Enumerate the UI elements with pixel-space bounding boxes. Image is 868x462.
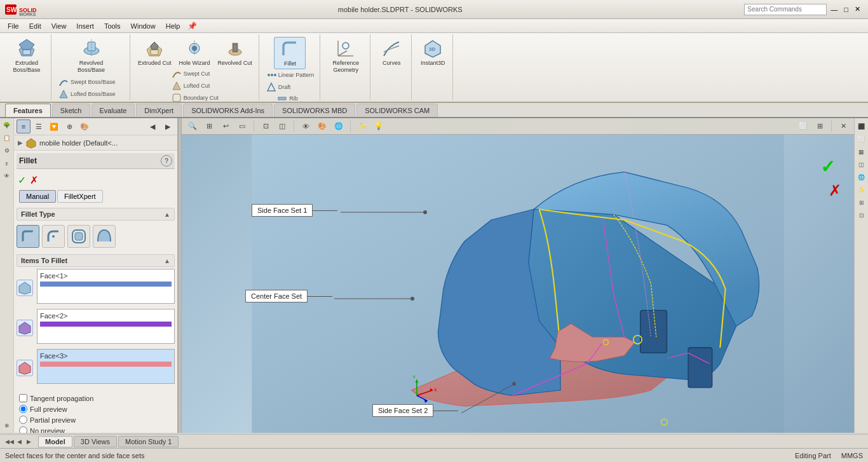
face1-input[interactable]: Face<1> — [37, 269, 175, 304]
config-manager-icon[interactable]: ⚙ — [1, 145, 13, 156]
filletxpert-tab[interactable]: FilletXpert — [57, 190, 103, 203]
lofted-boss-base-button[interactable]: Lofted Boss/Base — [57, 88, 126, 100]
display-style-icon[interactable]: ◫ — [275, 120, 289, 133]
extruded-cut-button[interactable]: Extruded Cut — [135, 37, 174, 68]
swept-boss-base-button[interactable]: Swept Boss/Base — [57, 76, 126, 88]
rp-btn-5[interactable]: 🌐 — [856, 172, 867, 183]
2-view-icon[interactable]: ⊞ — [813, 120, 827, 133]
reference-geometry-button[interactable]: Reference Geometry — [325, 37, 366, 75]
property-manager-icon[interactable]: 📋 — [1, 132, 13, 144]
fillet-type-constant-btn[interactable] — [17, 225, 39, 248]
face2-input[interactable]: Face<2> — [37, 309, 175, 344]
normal-view-icon[interactable]: ⬜ — [796, 120, 810, 133]
rp-btn-8[interactable]: ⊡ — [856, 210, 867, 221]
menu-edit[interactable]: Edit — [24, 21, 46, 31]
restore-button[interactable]: □ — [841, 6, 851, 13]
menu-file[interactable]: File — [3, 21, 24, 31]
tab-sketch[interactable]: Sketch — [52, 104, 90, 117]
rp-btn-2[interactable]: ⬜ — [856, 133, 867, 145]
tab-solidworks-cam[interactable]: SOLIDWORKS CAM — [356, 104, 438, 117]
face3-icon[interactable] — [17, 360, 33, 376]
bottom-tab-model[interactable]: Model — [38, 436, 72, 447]
ft-expand-collapse-btn[interactable]: ≡ — [17, 119, 31, 133]
pin-icon[interactable]: 📌 — [187, 22, 197, 31]
display-manager-icon[interactable]: 👁 — [1, 170, 13, 182]
cancel-button[interactable]: ✗ — [30, 174, 38, 186]
feature-manager-icon[interactable]: 🌳 — [1, 119, 13, 131]
menu-view[interactable]: View — [46, 21, 72, 31]
hide-show-items-icon[interactable]: 👁 — [299, 120, 313, 133]
scene-icon[interactable]: 🌐 — [332, 120, 346, 133]
tab-scroll-next-icon[interactable]: ▶ — [24, 437, 33, 446]
partial-preview-radio[interactable] — [19, 416, 27, 424]
bottom-tab-motion-study[interactable]: Motion Study 1 — [118, 436, 179, 447]
shadows-icon[interactable]: 💡 — [372, 120, 386, 133]
tab-scroll-prev-icon[interactable]: ◀ — [15, 437, 24, 446]
zoom-window-icon[interactable]: ⊞ — [202, 120, 216, 133]
bottom-tab-3dviews[interactable]: 3D Views — [74, 436, 117, 447]
full-preview-row[interactable]: Full preview — [19, 404, 172, 414]
tab-solidworks-mbd[interactable]: SOLIDWORKS MBD — [274, 104, 355, 117]
menu-tools[interactable]: Tools — [99, 21, 126, 31]
ft-nav-left-btn[interactable]: ◀ — [146, 119, 159, 133]
rp-btn-4[interactable]: ◫ — [856, 159, 867, 170]
menu-window[interactable]: Window — [126, 21, 161, 31]
face2-icon[interactable] — [17, 320, 33, 336]
ft-appearance-btn[interactable]: 🎨 — [78, 119, 92, 133]
appearance-icon[interactable]: 🎨 — [315, 120, 329, 133]
tab-dimxpert[interactable]: DimXpert — [136, 104, 182, 117]
fillet-type-full-btn[interactable] — [93, 225, 116, 248]
boundary-cut-button[interactable]: Boundary Cut — [170, 92, 220, 103]
extruded-boss-base-button[interactable]: Extruded Boss/Base — [6, 37, 47, 75]
freeze-icon[interactable]: ❄ — [1, 420, 13, 431]
tab-evaluate[interactable]: Evaluate — [92, 104, 135, 117]
menu-help[interactable]: Help — [161, 21, 186, 31]
fillet-type-face-btn[interactable] — [67, 225, 90, 248]
viewport-close-icon[interactable]: ✕ — [836, 120, 850, 133]
curves-button[interactable]: Curves — [376, 37, 407, 68]
menu-insert[interactable]: Insert — [71, 21, 99, 31]
rp-btn-1[interactable]: ⬛ — [856, 121, 867, 132]
zoom-to-fit-icon[interactable]: 🔍 — [186, 120, 200, 133]
ok-button[interactable]: ✓ — [18, 174, 26, 186]
minimize-button[interactable]: — — [828, 6, 840, 13]
items-to-fillet-section[interactable]: Items To Fillet ▲ — [17, 254, 175, 267]
accept-button[interactable]: ✓ — [820, 156, 835, 177]
face3-input[interactable]: Face<3> — [37, 349, 175, 384]
rp-btn-6[interactable]: ✨ — [856, 184, 867, 196]
revolved-cut-button[interactable]: Revolved Cut — [215, 37, 255, 68]
tangent-propagation-checkbox[interactable] — [19, 394, 27, 402]
previous-view-icon[interactable]: ↩ — [219, 120, 233, 133]
fillet-button[interactable]: Fillet — [274, 37, 306, 69]
hole-wizard-button[interactable]: Hole Wizard — [177, 37, 213, 68]
tab-solidworks-addins[interactable]: SOLIDWORKS Add-Ins — [183, 104, 273, 117]
fillet-type-section[interactable]: Fillet Type ▲ — [17, 208, 175, 221]
ft-nav-right-btn[interactable]: ▶ — [161, 119, 175, 133]
3d-viewport[interactable]: 🔍 ⊞ ↩ ▭ ⊡ ◫ 👁 🎨 🌐 ✨ 💡 ⬜ ⊞ ✕ — [182, 118, 854, 433]
tangent-propagation-row[interactable]: Tangent propagation — [19, 393, 172, 404]
close-button[interactable]: ✕ — [852, 5, 863, 13]
section-view-icon[interactable]: ▭ — [235, 120, 249, 133]
instant3d-button[interactable]: 3D Instant3D — [417, 37, 449, 68]
no-preview-radio[interactable] — [19, 426, 27, 433]
rib-button[interactable]: Rib — [275, 93, 304, 103]
lofted-cut-button[interactable]: Lofted Cut — [170, 80, 220, 92]
view-orientation-icon[interactable]: ⊡ — [259, 120, 273, 133]
rp-btn-3[interactable]: ▦ — [856, 146, 867, 158]
manual-tab[interactable]: Manual — [19, 190, 56, 203]
tab-features[interactable]: Features — [5, 104, 51, 117]
swept-cut-button[interactable]: Swept Cut — [170, 68, 220, 79]
realview-icon[interactable]: ✨ — [355, 120, 369, 133]
ft-list-btn[interactable]: ☰ — [32, 119, 46, 133]
fillet-help-button[interactable]: ? — [161, 155, 172, 166]
ft-filter-btn[interactable]: 🔽 — [47, 119, 61, 133]
search-input[interactable] — [744, 4, 827, 15]
revolved-boss-base-button[interactable]: Revolved Boss/Base — [71, 37, 112, 75]
dim-xpert-manager-icon[interactable]: ± — [1, 158, 13, 169]
tab-scroll-left-icon[interactable]: ◀◀ — [5, 437, 14, 446]
no-preview-row[interactable]: No preview — [19, 425, 172, 433]
ft-crosshair-btn[interactable]: ⊕ — [62, 119, 76, 133]
face1-icon[interactable] — [17, 280, 33, 296]
linear-pattern-button[interactable]: Linear Pattern — [264, 69, 316, 81]
partial-preview-row[interactable]: Partial preview — [19, 414, 172, 425]
